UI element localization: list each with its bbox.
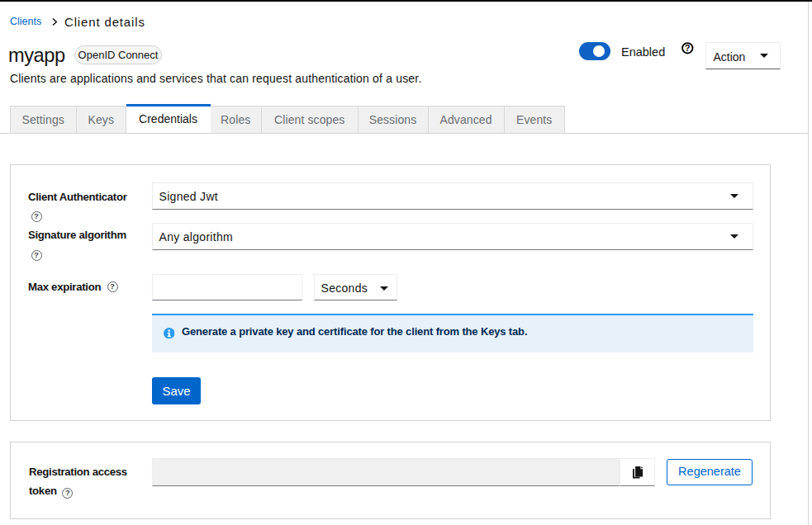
svg-text:?: ? [685,43,690,53]
